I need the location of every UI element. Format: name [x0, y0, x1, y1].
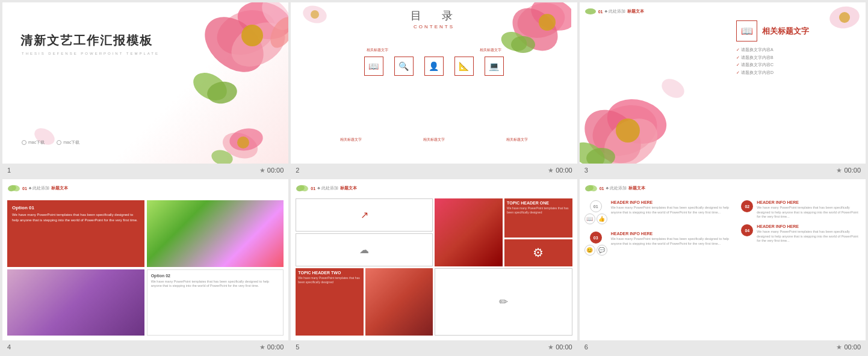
slide-2-bottom-labels: 相关标题文字 相关标题文字 相关标题文字	[291, 137, 577, 143]
slide-3-icon-box: 📖	[736, 20, 757, 41]
slide-4-photo-1	[147, 200, 284, 267]
bullet-3: 请题换文字内容C	[736, 61, 857, 69]
slide-6-footer-right: ★ 00:00	[836, 343, 861, 351]
leaf-icon-5	[296, 184, 309, 192]
slide-3-content: 📖 相关标题文字 请题换文字内容A 请题换文字内容B 请题换文字内容C 请题换文…	[736, 20, 857, 76]
slide-3-wrapper: 01 ♣ 此处添加 标题文本 📖 相关标题文字 请题换文字内容A 请题换文字内容…	[580, 2, 866, 177]
icon-box-1: 📖	[364, 57, 383, 76]
slide-2-title-en: CONTENTS	[291, 24, 577, 29]
slide-3-footer-right: ★ 00:00	[836, 167, 861, 174]
svg-point-4	[241, 25, 263, 46]
slide-3-footer: 3 ★ 00:00	[580, 164, 866, 177]
slide-6-num: 01	[600, 186, 604, 191]
slide-4-grid: Option 01 We have many PowerPoint templa…	[7, 200, 284, 336]
download-1[interactable]: mac下载	[22, 140, 45, 146]
s6-text-02: HEADER INFO HERE We have many PowerPoint…	[757, 200, 861, 219]
topic1-title: TOPIC HEADER ONE	[507, 201, 570, 205]
slide-5-right-stack: TOPIC HEADER ONE We have many PowerPoint…	[504, 198, 572, 266]
slide-1-number: 1	[7, 167, 11, 174]
slide-2-icons: 📖 🔍 👤 📐 💻	[291, 57, 577, 76]
slide-5-bottom-left: TOPIC HEADER TWO We have many PowerPoint…	[296, 268, 433, 336]
slide-4-num: 01	[22, 186, 27, 191]
slide-6-header: 01 ♣ 此处添加 标题文本	[584, 184, 645, 192]
slide-3-num: 01	[598, 10, 603, 14]
slide-5-topic2: TOPIC HEADER TWO We have many PowerPoint…	[296, 268, 364, 336]
s6-item-03: 03 😊 💬 HEADER INFO HERE We have many Pow…	[584, 232, 737, 256]
icon-item-2: 🔍	[394, 57, 414, 76]
slide-3-icon-title: 📖 相关标题文字	[736, 20, 857, 41]
svg-point-29	[658, 76, 684, 102]
slide-1-subtitle: THESIS DEFENSE POWERPOINT TEMPLATE	[22, 52, 160, 55]
icon-circle-smile: 😊	[584, 245, 595, 256]
bullet-2: 请题换文字内容B	[736, 54, 857, 62]
slide-5-topic1: TOPIC HEADER ONE We have many PowerPoint…	[504, 198, 572, 238]
slide-3-header-text: ♣ 此处添加	[604, 8, 625, 14]
s6-text-04: HEADER INFO HERE We have many PowerPoint…	[757, 224, 861, 244]
slide-5-time: 00:00	[556, 343, 572, 351]
gear-box: ⚙	[504, 239, 572, 266]
item-04-header: HEADER INFO HERE	[757, 224, 861, 229]
slide-4-photo-2	[7, 269, 144, 336]
slide-3-time: 00:00	[844, 167, 861, 174]
bullet-1: 请题换文字内容A	[736, 46, 857, 54]
icon-item-3: 👤	[424, 57, 444, 76]
label-1: 相关标题文字	[367, 48, 388, 53]
s6-item-01: 01 📖 👍 HEADER INFO HERE We have many Pow…	[584, 200, 737, 224]
circle-04: 04	[741, 224, 753, 236]
slide-5-footer: 5 ★ 00:00	[291, 340, 577, 354]
item-03-body: We have many PowerPoint templates that h…	[611, 237, 737, 246]
slide-3-main-title: 相关标题文字	[762, 26, 809, 37]
icon-box-5: 💻	[485, 57, 504, 76]
topic1-text: We have many PowerPoint templates that h…	[507, 206, 570, 215]
slide-2-wrapper: 目 录 CONTENTS 相关标题文字 相关标题文字 📖 🔍 👤 📐 💻	[291, 2, 577, 177]
slide-3-bullets: 请题换文字内容A 请题换文字内容B 请题换文字内容C 请题换文字内容D	[736, 46, 857, 76]
download-2-icon	[57, 140, 61, 145]
slide-6-content: 01 📖 👍 HEADER INFO HERE We have many Pow…	[584, 200, 861, 336]
slide-5-photo-bottom	[365, 268, 433, 336]
circle-01: 01	[590, 200, 602, 212]
slide-2: 目 录 CONTENTS 相关标题文字 相关标题文字 📖 🔍 👤 📐 💻	[291, 2, 577, 164]
slide-6-header-text: ♣ 此处添加	[606, 185, 627, 191]
slide-6: 01 ♣ 此处添加 标题文本 01 📖 👍 HEADE	[580, 179, 866, 340]
slide-5-wrapper: 01 ♣ 此处添加 标题文本 ↗ ☁ TOPIC HEADER ONE We h…	[291, 179, 577, 354]
star-icon-1: ★	[259, 167, 265, 174]
flower-decoration-3	[580, 76, 685, 164]
svg-point-32	[585, 8, 596, 14]
slide-4-footer-right: ★ 00:00	[259, 343, 284, 351]
topic2-text: We have many PowerPoint templates that h…	[298, 276, 361, 284]
slide-2-number: 2	[296, 167, 299, 174]
slide-4-header-text: ♣ 此处添加	[29, 185, 50, 191]
icon-box-4: 📐	[454, 57, 474, 76]
slide-1: 清新文艺工作汇报模板 THESIS DEFENSE POWERPOINT TEM…	[2, 2, 288, 164]
slide-6-time: 00:00	[844, 343, 861, 351]
s6-text-01: HEADER INFO HERE We have many PowerPoint…	[611, 200, 737, 224]
leaf-icon-4	[7, 184, 20, 192]
option1-title: Option 01	[12, 205, 140, 210]
slide-4-header-title: 标题文本	[51, 185, 68, 191]
star-icon-2: ★	[548, 167, 554, 174]
slide-1-title-black: 工作汇报模板	[73, 34, 153, 47]
slide-4-time: 00:00	[267, 343, 284, 351]
option1-text: We have many PowerPoint templates that h…	[12, 212, 140, 223]
leaf-icon-6	[584, 184, 598, 192]
slide-6-wrapper: 01 ♣ 此处添加 标题文本 01 📖 👍 HEADE	[580, 179, 866, 354]
icon-download: ☁	[296, 233, 433, 266]
slide-3-header: 01 ♣ 此处添加 标题文本	[584, 7, 644, 16]
icon-share: ↗	[296, 198, 433, 232]
slide-6-number: 6	[584, 343, 588, 351]
item-03-header: HEADER INFO HERE	[611, 232, 737, 236]
flower-decoration-1	[174, 2, 288, 117]
slide-2-footer: 2 ★ 00:00	[291, 164, 577, 177]
s6-text-03: HEADER INFO HERE We have many PowerPoint…	[611, 232, 737, 256]
topic2-title: TOPIC HEADER TWO	[298, 271, 361, 275]
slide-4-number: 4	[7, 343, 11, 351]
slide-5-grid: ↗ ☁ TOPIC HEADER ONE We have many PowerP…	[296, 198, 572, 336]
slide-1-wrapper: 清新文艺工作汇报模板 THESIS DEFENSE POWERPOINT TEM…	[2, 2, 288, 177]
icon-box-3: 👤	[424, 57, 444, 76]
s6-item-02: 02 HEADER INFO HERE We have many PowerPo…	[741, 200, 861, 219]
star-icon-3: ★	[836, 167, 842, 174]
download-2[interactable]: mac下载	[57, 140, 79, 146]
star-icon-6: ★	[836, 343, 842, 351]
slide-3: 01 ♣ 此处添加 标题文本 📖 相关标题文字 请题换文字内容A 请题换文字内容…	[580, 2, 866, 164]
slide-3-number: 3	[584, 167, 588, 174]
